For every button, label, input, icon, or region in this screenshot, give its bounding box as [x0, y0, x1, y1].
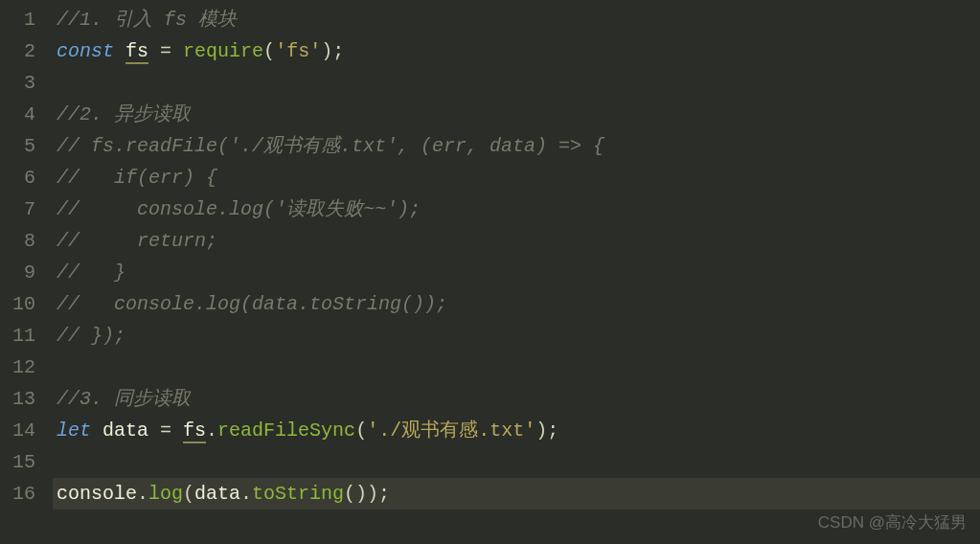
code-token: require [183, 40, 263, 62]
code-token: data [194, 483, 240, 505]
code-token: // } [57, 261, 125, 283]
code-token: let [57, 419, 91, 442]
code-line[interactable]: //2. 异步读取 [53, 99, 980, 130]
code-line[interactable]: // if(err) { [53, 162, 980, 193]
code-line[interactable]: console.log(data.toString()); [53, 478, 980, 510]
line-number: 8 [10, 225, 35, 257]
line-number: 14 [10, 415, 35, 446]
code-line[interactable]: // fs.readFile('./观书有感.txt', (err, data)… [53, 130, 980, 162]
code-token: toString [252, 483, 344, 505]
code-token: //1. 引入 fs 模块 [57, 9, 237, 31]
line-number: 3 [10, 67, 35, 99]
code-token: console [57, 483, 137, 505]
line-number: 12 [10, 351, 35, 383]
code-token: './观书有感.txt' [367, 419, 536, 442]
line-number: 10 [10, 288, 35, 320]
code-token: . [137, 483, 148, 505]
code-token [171, 40, 183, 62]
code-line[interactable]: //3. 同步读取 [53, 383, 980, 415]
code-token: ( [183, 483, 194, 505]
code-token: log [148, 483, 183, 505]
code-line[interactable]: // console.log(data.toString()); [53, 288, 980, 320]
line-number: 11 [10, 320, 35, 351]
code-editor: 12345678910111213141516 //1. 引入 fs 模块con… [0, 0, 980, 544]
code-line[interactable]: const fs = require('fs'); [53, 35, 980, 67]
code-token: // console.log('读取失败~~'); [57, 198, 421, 220]
code-token: = [160, 419, 171, 442]
code-token: . [240, 483, 252, 505]
line-number: 13 [10, 383, 35, 415]
code-token: ); [536, 419, 558, 442]
code-line[interactable]: // return; [53, 225, 980, 257]
code-token: ( [355, 419, 367, 442]
code-line[interactable]: //1. 引入 fs 模块 [53, 4, 980, 35]
code-token: //3. 同步读取 [57, 388, 191, 410]
code-token: ); [321, 40, 344, 62]
code-token: ()); [344, 483, 390, 505]
code-line[interactable] [53, 351, 980, 383]
line-number: 7 [10, 193, 35, 225]
code-line[interactable]: // } [53, 257, 980, 288]
code-content-area[interactable]: //1. 引入 fs 模块const fs = require('fs');//… [53, 0, 980, 544]
line-number-gutter: 12345678910111213141516 [0, 0, 53, 544]
code-token: const [57, 40, 114, 62]
code-token: 'fs' [275, 40, 321, 62]
watermark-text: CSDN @高冷大猛男 [818, 510, 967, 536]
code-token [114, 40, 125, 62]
line-number: 15 [10, 446, 35, 478]
code-line[interactable]: // console.log('读取失败~~'); [53, 193, 980, 225]
line-number: 1 [10, 4, 35, 35]
code-line[interactable] [53, 446, 980, 478]
code-token: //2. 异步读取 [57, 103, 191, 125]
code-line[interactable]: // }); [53, 320, 980, 351]
code-token: fs [183, 419, 206, 443]
line-number: 9 [10, 257, 35, 288]
code-token: data [91, 419, 160, 442]
line-number: 2 [10, 35, 35, 67]
line-number: 16 [10, 478, 35, 510]
code-token: . [206, 419, 217, 442]
code-token: fs [125, 40, 148, 64]
code-token: // }); [57, 325, 125, 347]
code-token [171, 419, 183, 442]
line-number: 5 [10, 130, 35, 162]
code-line[interactable]: let data = fs.readFileSync('./观书有感.txt')… [53, 415, 980, 446]
code-token: // console.log(data.toString()); [57, 293, 447, 315]
code-token: // if(err) { [57, 167, 217, 189]
line-number: 6 [10, 162, 35, 193]
code-token: // fs.readFile('./观书有感.txt', (err, data)… [57, 135, 604, 157]
code-token: readFileSync [217, 419, 355, 442]
code-token: = [160, 40, 171, 62]
code-token [148, 40, 160, 62]
code-token: ( [263, 40, 275, 62]
line-number: 4 [10, 99, 35, 130]
code-line[interactable] [53, 67, 980, 99]
code-token: // return; [57, 230, 217, 252]
